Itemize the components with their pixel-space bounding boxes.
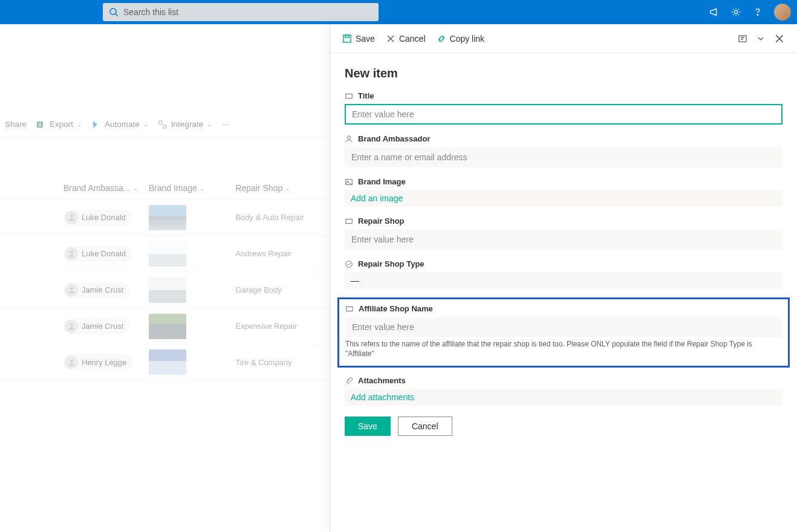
shop-cell: Expensive Repair bbox=[235, 322, 325, 331]
panel-save[interactable]: Save bbox=[342, 34, 375, 44]
brand-image-thumb[interactable] bbox=[149, 205, 186, 230]
export-command[interactable]: Export⌄ bbox=[36, 120, 82, 129]
panel-cancel[interactable]: Cancel bbox=[386, 34, 426, 44]
input-ambassador[interactable] bbox=[345, 147, 782, 167]
label-image: Brand Image bbox=[358, 177, 406, 186]
chevron-down-icon: ⌄ bbox=[77, 121, 82, 128]
chevron-down-icon: ⌄ bbox=[133, 185, 138, 192]
form-customize[interactable] bbox=[738, 34, 747, 44]
brand-image-thumb[interactable] bbox=[149, 277, 186, 303]
shop-cell: Body & Auto Repair bbox=[235, 213, 325, 222]
more-commands[interactable]: ··· bbox=[221, 119, 229, 130]
svg-point-7 bbox=[70, 215, 73, 218]
svg-rect-23 bbox=[346, 219, 353, 223]
add-attachments-link[interactable]: Add attachments bbox=[345, 389, 782, 406]
text-icon bbox=[345, 92, 353, 100]
integrate-command[interactable]: Integrate⌄ bbox=[158, 120, 212, 129]
megaphone-icon[interactable] bbox=[709, 7, 720, 18]
list-background: Share Export⌄ Automate⌄ Integrate⌄ ··· B… bbox=[0, 24, 330, 532]
save-icon bbox=[342, 34, 352, 44]
close-panel[interactable] bbox=[774, 33, 785, 44]
search-box[interactable] bbox=[103, 3, 379, 21]
text-icon bbox=[345, 217, 353, 225]
label-affiliate: Affiliate Shop Name bbox=[359, 304, 433, 313]
person-pill[interactable]: Jamie Crust bbox=[63, 282, 129, 298]
user-avatar[interactable] bbox=[774, 4, 791, 21]
brand-image-thumb[interactable] bbox=[149, 241, 186, 267]
text-icon bbox=[345, 305, 354, 313]
affiliate-hint: This refers to the name of the affiliate… bbox=[345, 340, 782, 358]
person-icon bbox=[345, 135, 353, 143]
help-icon[interactable] bbox=[752, 7, 763, 18]
svg-rect-5 bbox=[159, 121, 162, 124]
person-avatar-icon bbox=[65, 211, 78, 224]
person-avatar-icon bbox=[65, 284, 78, 297]
new-item-panel: Save Cancel Copy link New item Title Bra… bbox=[330, 24, 797, 532]
column-image[interactable]: Brand Image ⌄ bbox=[149, 183, 236, 193]
label-attachments: Attachments bbox=[358, 376, 406, 385]
gear-icon[interactable] bbox=[730, 7, 741, 18]
table-row[interactable]: Luke DonaldBody & Auto Repair bbox=[0, 199, 330, 235]
svg-point-2 bbox=[734, 10, 737, 13]
svg-point-3 bbox=[757, 15, 758, 15]
svg-rect-13 bbox=[345, 35, 349, 37]
svg-point-20 bbox=[347, 135, 350, 138]
brand-image-thumb[interactable] bbox=[149, 349, 186, 375]
svg-point-24 bbox=[346, 261, 353, 267]
person-pill[interactable]: Luke Donald bbox=[63, 210, 132, 225]
search-input[interactable] bbox=[123, 7, 372, 17]
input-type[interactable]: — bbox=[345, 272, 782, 289]
command-bar: Share Export⌄ Automate⌄ Integrate⌄ ··· bbox=[0, 112, 330, 137]
input-title[interactable] bbox=[345, 104, 782, 125]
svg-point-8 bbox=[70, 251, 73, 254]
highlighted-affiliate-section: Affiliate Shop Name This refers to the n… bbox=[337, 297, 790, 368]
brand-image-thumb[interactable] bbox=[149, 314, 186, 339]
table-row[interactable]: Jamie CrustGarage Body bbox=[0, 271, 330, 308]
share-command[interactable]: Share bbox=[5, 120, 27, 129]
svg-rect-12 bbox=[343, 35, 351, 42]
person-name: Jamie Crust bbox=[82, 322, 123, 331]
search-icon bbox=[109, 7, 119, 17]
cancel-button[interactable]: Cancel bbox=[398, 417, 452, 436]
svg-point-10 bbox=[70, 323, 73, 326]
label-ambassador: Brand Ambassador bbox=[358, 134, 430, 143]
panel-commandbar: Save Cancel Copy link bbox=[330, 24, 797, 53]
column-ambassador[interactable]: Brand Ambassa... ⌄ bbox=[63, 183, 149, 193]
svg-rect-25 bbox=[346, 307, 353, 311]
panel-title: New item bbox=[345, 66, 782, 80]
person-name: Jamie Crust bbox=[82, 285, 123, 294]
person-pill[interactable]: Jamie Crust bbox=[63, 319, 129, 334]
input-shop[interactable] bbox=[345, 229, 782, 250]
shop-cell: Tire & Company bbox=[235, 358, 325, 367]
svg-rect-19 bbox=[346, 94, 353, 98]
panel-copylink[interactable]: Copy link bbox=[437, 34, 485, 44]
svg-point-0 bbox=[110, 8, 116, 15]
chevron-down-icon: ⌄ bbox=[285, 185, 290, 192]
svg-point-11 bbox=[70, 359, 73, 362]
table-row[interactable]: Luke DonaldAndrews Repair bbox=[0, 235, 330, 271]
grid-header: Brand Ambassa... ⌄ Brand Image ⌄ Repair … bbox=[0, 137, 330, 199]
svg-rect-16 bbox=[739, 36, 746, 42]
table-row[interactable]: Henry LeggeTire & Company bbox=[0, 344, 330, 380]
label-type: Repair Shop Type bbox=[358, 259, 425, 268]
shop-cell: Andrews Repair bbox=[235, 249, 325, 258]
chevron-down-icon: ⌄ bbox=[200, 185, 204, 192]
person-avatar-icon bbox=[65, 355, 78, 369]
chevron-down-icon[interactable] bbox=[756, 34, 766, 44]
person-pill[interactable]: Luke Donald bbox=[63, 246, 132, 262]
shop-cell: Garage Body bbox=[235, 285, 325, 294]
add-image-link[interactable]: Add an image bbox=[345, 190, 782, 207]
input-affiliate[interactable] bbox=[345, 317, 782, 337]
column-shop[interactable]: Repair Shop ⌄ bbox=[235, 183, 325, 193]
save-button[interactable]: Save bbox=[345, 417, 391, 436]
table-row[interactable]: Jamie CrustExpensive Repair bbox=[0, 308, 330, 344]
excel-icon bbox=[36, 120, 46, 129]
chevron-down-icon: ⌄ bbox=[207, 121, 212, 128]
person-name: Henry Legge bbox=[82, 358, 126, 367]
svg-point-9 bbox=[70, 287, 73, 290]
automate-command[interactable]: Automate⌄ bbox=[91, 120, 148, 129]
image-icon bbox=[345, 178, 353, 186]
person-pill[interactable]: Henry Legge bbox=[63, 354, 132, 370]
label-shop: Repair Shop bbox=[358, 216, 405, 225]
person-avatar-icon bbox=[65, 320, 78, 333]
